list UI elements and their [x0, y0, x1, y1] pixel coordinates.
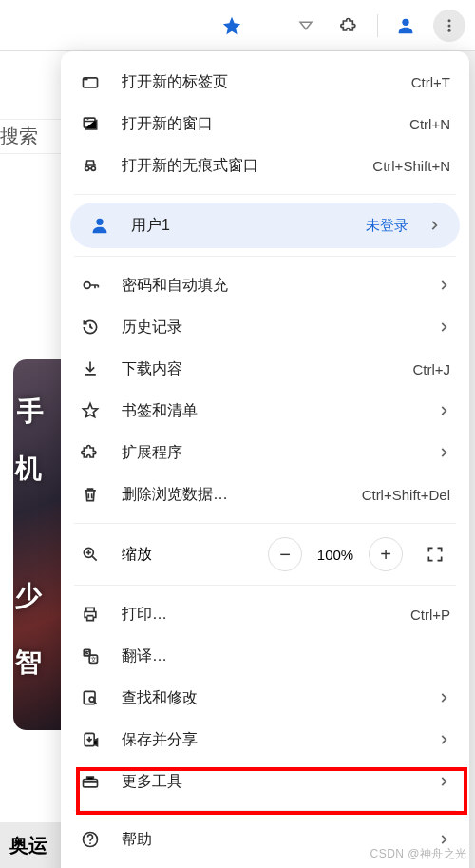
- menu-bookmarks[interactable]: 书签和清单: [61, 390, 469, 432]
- incognito-icon: [78, 153, 103, 178]
- chevron-right-icon: [437, 279, 450, 292]
- menu-item-label: 打开新的无痕式窗口: [122, 156, 372, 176]
- zoom-out-button[interactable]: −: [268, 537, 302, 571]
- svg-point-9: [96, 219, 103, 225]
- menu-item-label: 删除浏览数据…: [122, 485, 362, 505]
- menu-item-label: 书签和清单: [122, 401, 426, 421]
- thumb-char: 手: [17, 394, 44, 430]
- chevron-right-icon: [437, 775, 450, 788]
- menu-separator: [74, 194, 456, 195]
- help-icon: [78, 827, 103, 852]
- menu-zoom: 缩放 − 100% +: [61, 531, 469, 577]
- menu-clear-data[interactable]: 删除浏览数据… Ctrl+Shift+Del: [61, 473, 469, 515]
- menu-new-tab[interactable]: 打开新的标签页 Ctrl+T: [61, 61, 469, 103]
- thumb-char: 机: [15, 451, 42, 487]
- menu-translate[interactable]: G文 翻译…: [61, 635, 469, 677]
- svg-text:G: G: [85, 649, 89, 656]
- find-icon: [78, 685, 103, 710]
- menu-item-shortcut: Ctrl+T: [411, 74, 450, 90]
- history-icon: [78, 315, 103, 339]
- svg-point-7: [86, 166, 89, 170]
- menu-profile[interactable]: 用户1 未登录: [70, 203, 460, 248]
- trash-icon: [78, 482, 103, 507]
- svg-point-3: [448, 29, 451, 31]
- bottom-tag: 奥运: [0, 822, 66, 868]
- svg-rect-5: [84, 78, 88, 81]
- menu-more-tools[interactable]: 更多工具: [61, 761, 469, 802]
- watermark-text: CSDN @神舟之光: [370, 846, 467, 862]
- menu-item-label: 打开新的窗口: [122, 114, 409, 134]
- browser-toolbar: [0, 0, 475, 51]
- key-icon: [78, 273, 103, 298]
- thumb-char: 少: [15, 578, 42, 614]
- thumb-char: 智: [15, 645, 42, 681]
- save-share-icon: [78, 727, 103, 752]
- person-icon: [87, 213, 112, 238]
- toolbox-icon: [78, 769, 103, 794]
- menu-item-shortcut: Ctrl+J: [412, 361, 450, 377]
- menu-item-label: 历史记录: [122, 318, 426, 338]
- star-outline-icon: [78, 398, 103, 423]
- svg-point-17: [89, 697, 94, 702]
- fullscreen-button[interactable]: [418, 537, 452, 571]
- svg-point-10: [84, 282, 90, 289]
- print-icon: [78, 602, 103, 627]
- menu-item-label: 密码和自动填充: [122, 276, 426, 296]
- menu-separator: [74, 585, 456, 586]
- browser-main-menu: 打开新的标签页 Ctrl+T 打开新的窗口 Ctrl+N 打开新的无痕式窗口 C…: [61, 51, 469, 868]
- chevron-right-icon: [437, 404, 450, 417]
- menu-incognito[interactable]: 打开新的无痕式窗口 Ctrl+Shift+N: [61, 145, 469, 186]
- menu-print[interactable]: 打印… Ctrl+P: [61, 593, 469, 635]
- search-label-bg: 搜索: [0, 119, 66, 154]
- chevron-right-icon: [437, 320, 450, 334]
- menu-item-label: 保存并分享: [122, 730, 426, 750]
- menu-find[interactable]: 查找和修改: [61, 677, 469, 719]
- menu-item-label: 用户1: [131, 216, 366, 236]
- chevron-right-icon: [428, 219, 441, 232]
- svg-text:文: 文: [90, 656, 97, 663]
- triangle-down-icon[interactable]: [290, 10, 322, 42]
- chevron-right-icon: [437, 691, 450, 704]
- menu-item-shortcut: Ctrl+Shift+N: [372, 158, 450, 174]
- menu-item-label: 下载内容: [122, 359, 412, 379]
- menu-separator: [74, 523, 456, 524]
- bookmark-star-icon[interactable]: [216, 10, 248, 42]
- zoom-in-button[interactable]: +: [369, 537, 403, 571]
- menu-item-shortcut: Ctrl+P: [410, 607, 450, 623]
- zoom-icon: [78, 542, 103, 567]
- menu-passwords[interactable]: 密码和自动填充: [61, 264, 469, 306]
- download-icon: [78, 357, 103, 381]
- window-icon: [78, 111, 103, 136]
- menu-history[interactable]: 历史记录: [61, 306, 469, 348]
- menu-separator: [74, 810, 456, 811]
- svg-point-8: [91, 166, 95, 170]
- menu-item-label: 查找和修改: [122, 688, 426, 708]
- menu-item-shortcut: Ctrl+N: [409, 116, 450, 132]
- profile-status: 未登录: [366, 217, 408, 235]
- menu-save-share[interactable]: 保存并分享: [61, 719, 469, 761]
- svg-point-2: [448, 24, 451, 27]
- zoom-value: 100%: [312, 547, 359, 563]
- zoom-controls: − 100% +: [268, 537, 452, 571]
- toolbar-separator: [377, 14, 378, 37]
- profile-avatar-icon[interactable]: [390, 10, 422, 42]
- chevron-right-icon: [437, 446, 450, 459]
- svg-point-1: [448, 19, 451, 22]
- menu-downloads[interactable]: 下载内容 Ctrl+J: [61, 348, 469, 390]
- menu-item-label: 打印…: [122, 605, 410, 625]
- menu-item-label: 扩展程序: [122, 443, 426, 463]
- menu-extensions[interactable]: 扩展程序: [61, 432, 469, 473]
- menu-item-label: 更多工具: [122, 772, 426, 792]
- svg-point-21: [89, 842, 91, 844]
- svg-point-0: [402, 18, 408, 25]
- article-thumbnail[interactable]: 手 机 少 智: [13, 359, 66, 730]
- menu-item-label: 翻译…: [122, 646, 450, 666]
- menu-item-shortcut: Ctrl+Shift+Del: [362, 487, 450, 503]
- kebab-menu-button[interactable]: [433, 10, 466, 42]
- menu-new-window[interactable]: 打开新的窗口 Ctrl+N: [61, 103, 469, 145]
- puzzle-icon: [78, 440, 103, 465]
- menu-separator: [74, 256, 456, 257]
- extensions-puzzle-icon[interactable]: [333, 10, 366, 42]
- zoom-label: 缩放: [122, 545, 268, 565]
- chevron-right-icon: [437, 833, 450, 846]
